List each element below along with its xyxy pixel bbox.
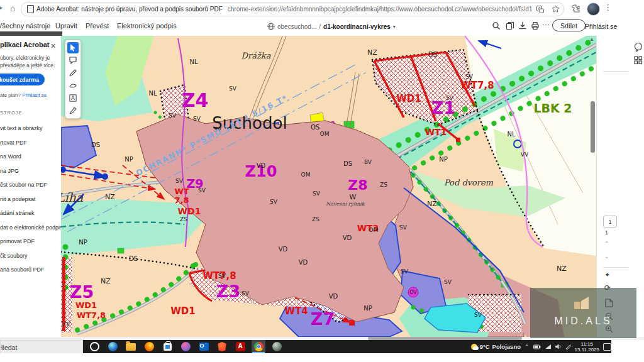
print-icon[interactable] [531, 21, 540, 30]
tab-edit[interactable]: Upravit [55, 22, 77, 30]
map-label: SV [193, 116, 201, 122]
search-icon[interactable] [492, 21, 501, 30]
sign-tool-button[interactable] [67, 105, 79, 116]
notification-center-icon[interactable] [603, 343, 611, 351]
tools-heading: STROJE [0, 110, 23, 116]
sidebar-tool-item[interactable]: ana souborů PDF [0, 263, 61, 277]
comments-panel-icon[interactable] [606, 42, 644, 52]
sidebar-tool-item[interactable]: dat o elektronické podpisy [0, 221, 61, 235]
sidebar-tool-list: vit text a obrázkyrtovat PDFna Wordna JP… [0, 121, 61, 277]
sidebar-tool-item[interactable]: primovat PDF [0, 234, 61, 249]
sign-in-link[interactable]: Přihlásit se [585, 23, 617, 30]
url-text[interactable]: chrome-extension://efaidnbmnnnibpcajpcgl… [228, 6, 533, 13]
zoning-map: Z4SuchodolDrážkaZ1WD1WT1WT7,8LBK 2Z10Z9W… [61, 36, 596, 337]
tab-all-tools[interactable]: Všechny nástroje [0, 22, 50, 30]
outlook-icon[interactable] [197, 340, 211, 353]
more-options-icon[interactable]: ··· [542, 20, 550, 29]
store-icon[interactable] [160, 340, 174, 353]
map-label: SV [270, 199, 278, 205]
pen-icon[interactable] [565, 344, 571, 349]
battery-icon[interactable] [533, 344, 541, 349]
translate-icon[interactable]: A [536, 6, 544, 13]
map-label: NL [507, 131, 515, 138]
weather-widget[interactable]: 9°C Polojasno [471, 343, 521, 350]
firefox-icon[interactable] [142, 340, 156, 353]
volume-icon[interactable] [555, 344, 562, 349]
gimp-icon[interactable] [270, 340, 284, 353]
extension-chip[interactable]: Adobe Acrobat: nástroje pro úpravu, přev… [21, 3, 228, 16]
sidebar-tool-item[interactable]: čit soubory [0, 249, 61, 263]
download-icon[interactable] [518, 21, 527, 30]
network-icon[interactable] [545, 344, 552, 349]
sidebar-tool-item[interactable]: ádání stránek [0, 206, 61, 221]
map-label: SV [399, 224, 408, 231]
page-number-input[interactable]: 1 [603, 216, 617, 228]
map-label: SV [446, 95, 454, 101]
map-label: OS [311, 124, 319, 131]
next-page-icon[interactable]: ⌄ [604, 253, 609, 260]
sidebar-tool-item[interactable]: vit text a obrázky [0, 121, 61, 136]
acrobat-icon[interactable] [233, 340, 247, 353]
system-tray: 9°C Polojasno ⌃ 11:15 13.11.2025 [471, 340, 611, 353]
browser-menu-icon[interactable]: ⋮ [604, 3, 612, 12]
close-icon[interactable]: ✕ [50, 42, 56, 50]
map-label: SV [313, 190, 321, 197]
map-label: WT4 [284, 305, 308, 317]
breadcrumb-site[interactable]: obecsuchod... [277, 23, 316, 30]
map-label: Líha [61, 190, 84, 204]
sidebar-tool-item[interactable]: ěst soubor na PDF [0, 178, 61, 192]
extensions-puzzle-icon[interactable] [571, 4, 580, 13]
copy-pages-icon[interactable] [506, 21, 514, 30]
ai-assistant-icon[interactable]: ✦ [604, 271, 610, 279]
taskbar-clock[interactable]: 11:15 13.11.2025 [575, 341, 599, 353]
highlight-tool-button[interactable] [67, 80, 79, 91]
map-label: LBK 2 [533, 101, 572, 115]
tray-expand-icon[interactable]: ⌃ [525, 344, 530, 350]
address-bar[interactable]: Adobe Acrobat: nástroje pro úpravu, přev… [21, 2, 564, 16]
sidebar-tool-item[interactable]: na JPG [0, 164, 61, 178]
map-label: WT [174, 187, 189, 196]
breadcrumb-file[interactable]: d1-koordinacni-vykres [323, 23, 391, 30]
tab-esign[interactable]: Elektronický podpis [117, 22, 177, 30]
map-label: Drážka [242, 51, 271, 60]
browser-toolbar: ⟳ ⌂ Adobe Acrobat: nástroje pro úpravu, … [0, 0, 644, 18]
page-thumbnails-icon[interactable] [606, 56, 644, 65]
reload-icon[interactable]: ⟳ [0, 4, 3, 13]
acrobat-toolbar: Všechny nástroje Upravit Převést Elektro… [0, 18, 644, 36]
chrome-icon[interactable] [252, 340, 265, 353]
taskbar-search-input[interactable]: Hledat [0, 340, 83, 354]
vertical-scrollbar[interactable] [591, 101, 595, 153]
brave-icon-glyph [218, 342, 227, 351]
map-label: ZS [312, 216, 319, 222]
add-text-tool-button[interactable]: A [67, 92, 79, 104]
share-button[interactable]: Sdílet [552, 19, 586, 31]
tab-convert[interactable]: Převést [86, 22, 109, 30]
map-label: SV [401, 268, 409, 275]
map-label: VV [521, 151, 529, 158]
map-label: WD1 [178, 206, 201, 216]
explorer-icon[interactable] [124, 340, 138, 353]
map-label: NZ [101, 277, 111, 285]
select-tool-button[interactable] [67, 42, 79, 53]
extension-doc-icon [27, 5, 34, 13]
try-free-button[interactable]: rzkoušet zdarma [0, 74, 45, 85]
draw-tool-button[interactable] [67, 67, 79, 79]
pdf-map-viewport[interactable]: Z4SuchodolDrážkaZ1WD1WT1WT7,8LBK 2Z10Z9W… [61, 36, 596, 337]
sidebar-tool-item[interactable]: nit a podepsat [0, 192, 61, 207]
app-icon[interactable] [106, 340, 119, 353]
bookmark-star-icon[interactable] [552, 5, 560, 13]
sidebar-tool-item[interactable]: na Word [0, 150, 61, 164]
paint-icon[interactable] [179, 340, 192, 353]
profile-avatar[interactable] [587, 3, 600, 16]
plan-signin-link[interactable]: Přihlásit se [22, 92, 47, 98]
scroll-up-icon[interactable]: ▲ [589, 36, 594, 42]
brave-icon[interactable] [215, 340, 229, 353]
cortana-icon[interactable] [87, 340, 101, 353]
map-label: Návesní rybník [326, 201, 365, 207]
comment-tool-button[interactable] [67, 55, 79, 66]
store-icon-glyph [164, 343, 172, 351]
breadcrumb-chevron-icon[interactable]: ▾ [393, 24, 396, 30]
home-icon[interactable]: ⌂ [10, 3, 15, 13]
sidebar-tool-item[interactable]: rtovat PDF [0, 136, 61, 150]
previous-page-icon[interactable]: ⌃ [604, 241, 609, 247]
